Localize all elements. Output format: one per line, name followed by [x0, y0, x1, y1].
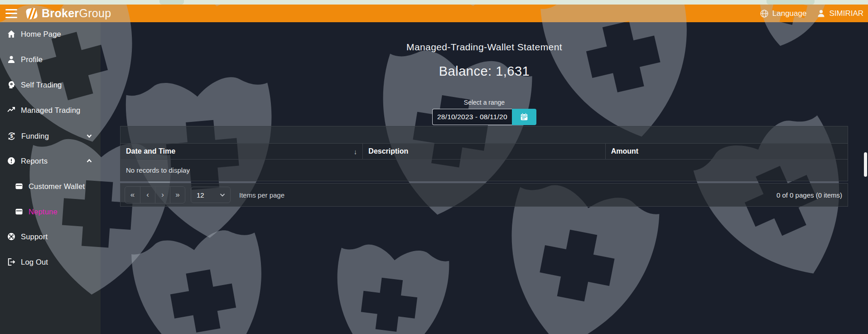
main-content: Managed-Trading-Wallet Statement Balance…	[101, 22, 868, 334]
broker-logo-icon	[24, 6, 39, 21]
funding-cycle-icon: $	[7, 131, 16, 141]
column-header-description[interactable]: Description	[362, 144, 605, 159]
brand-name: BrokerGroup	[42, 7, 111, 20]
date-range-input[interactable]	[432, 109, 512, 125]
next-page-button[interactable]: ›	[155, 187, 170, 203]
chevron-down-icon	[219, 192, 226, 198]
lifebuoy-icon	[7, 232, 16, 241]
alert-circle-icon	[7, 156, 16, 165]
chevron-down-icon	[86, 133, 92, 139]
user-icon	[816, 9, 826, 18]
pagination-bar: « ‹ › » 12 Items per page 0 of 0 pages (…	[120, 183, 848, 207]
sidebar-item-customer-wallet[interactable]: Customer Wallet	[0, 178, 101, 194]
last-page-button[interactable]: »	[170, 187, 185, 203]
svg-text:$: $	[10, 133, 13, 139]
strip-tab	[159, 0, 184, 5]
brand-logo[interactable]: BrokerGroup	[24, 6, 111, 21]
pager-button-group: « ‹ › »	[125, 186, 185, 203]
first-page-button[interactable]: «	[125, 187, 140, 203]
menu-icon[interactable]	[5, 9, 18, 18]
language-selector[interactable]: Language	[759, 9, 807, 19]
empty-state-row: No records to display	[120, 160, 848, 181]
page-title: Managed-Trading-Wallet Statement	[101, 42, 868, 53]
calendar-icon	[519, 112, 529, 122]
wallet-icon	[14, 207, 24, 216]
wallet-icon	[14, 182, 24, 191]
statement-table: Date and Time ↓ Description Amount No re…	[120, 126, 848, 207]
strip-tab	[767, 0, 815, 5]
sidebar: Home Page Profile Self Trading Managed T…	[0, 22, 101, 334]
app-window: BrokerGroup Language SIMIRIAR	[0, 0, 868, 334]
range-label: Select a range	[101, 99, 868, 106]
chevron-up-icon	[86, 158, 92, 164]
language-label: Language	[772, 9, 807, 18]
column-header-amount[interactable]: Amount	[605, 144, 848, 159]
sidebar-item-managed-trading[interactable]: Managed Trading	[0, 102, 101, 118]
head-gear-icon	[7, 80, 16, 89]
sidebar-item-support[interactable]: Support	[0, 228, 101, 245]
home-icon	[7, 29, 16, 39]
top-bar: BrokerGroup Language SIMIRIAR	[0, 5, 868, 22]
sidebar-item-home-page[interactable]: Home Page	[0, 26, 101, 42]
sort-descending-icon[interactable]: ↓	[354, 148, 357, 155]
sidebar-item-neptune[interactable]: Neptune	[0, 203, 101, 220]
table-toolbar	[120, 126, 848, 143]
column-header-date-and-time[interactable]: Date and Time ↓	[121, 144, 362, 159]
sidebar-item-self-trading[interactable]: Self Trading	[0, 77, 101, 93]
browser-edge-strip	[0, 0, 868, 5]
sidebar-item-funding[interactable]: $ Funding	[0, 128, 101, 144]
logout-icon	[7, 257, 16, 266]
globe-icon	[759, 9, 769, 19]
table-header-row: Date and Time ↓ Description Amount	[120, 143, 848, 160]
date-range-control	[432, 109, 536, 125]
vertical-scrollbar-thumb[interactable]	[864, 152, 867, 177]
balance-text: Balance: 1,631	[101, 64, 868, 79]
username: SIMIRIAR	[829, 9, 863, 18]
user-menu[interactable]: SIMIRIAR	[816, 9, 863, 18]
sidebar-item-reports[interactable]: Reports	[0, 153, 101, 169]
page-size-select[interactable]: 12	[191, 187, 231, 203]
sidebar-item-log-out[interactable]: Log Out	[0, 254, 101, 270]
previous-page-button[interactable]: ‹	[140, 187, 155, 203]
sidebar-item-profile[interactable]: Profile	[0, 51, 101, 68]
person-icon	[7, 55, 16, 64]
trend-up-icon	[7, 106, 16, 115]
pager-summary: 0 of 0 pages (0 items)	[776, 191, 842, 199]
items-per-page-label: Items per page	[239, 191, 285, 199]
calendar-button[interactable]	[512, 109, 536, 125]
